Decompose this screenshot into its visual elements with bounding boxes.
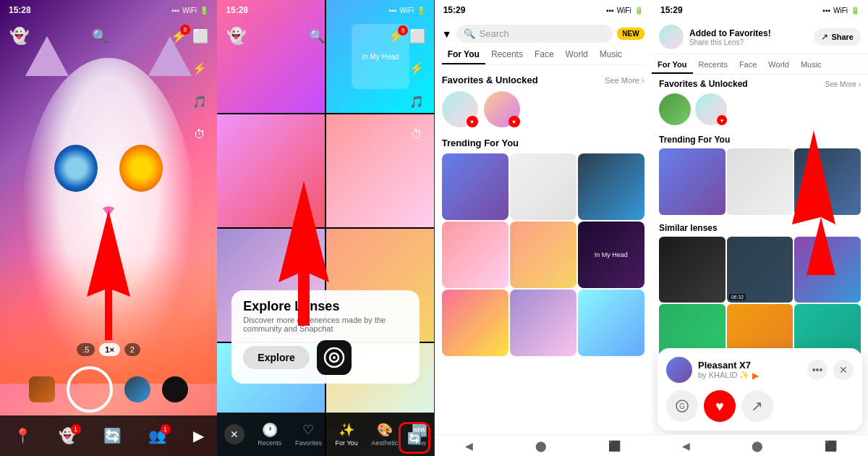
tab-world-3[interactable]: World [560, 46, 594, 64]
similar-header-4: Similar lenses [652, 218, 868, 237]
filter-avatar-1[interactable] [124, 376, 150, 402]
trending-title-4: Trending For You [659, 135, 730, 145]
sim-4-3[interactable] [794, 237, 861, 303]
heart-btn-active[interactable]: ♥ [704, 390, 736, 422]
notifications-btn[interactable]: ⚡ 8 [171, 28, 187, 44]
more-btn[interactable]: ••• [807, 360, 827, 380]
trend-4-3[interactable] [794, 148, 861, 215]
tab-face-3[interactable]: Face [529, 46, 560, 64]
favorites-row-3: ♥ ♥ [435, 88, 652, 133]
trend-6[interactable]: In My Head [578, 221, 644, 288]
filter-avatar-2[interactable] [162, 376, 188, 402]
fav-4-1[interactable] [659, 93, 691, 125]
nav-map[interactable]: 📍 [14, 427, 32, 444]
recent-icon-4[interactable]: ⬛ [825, 440, 837, 452]
fav-see-more-4[interactable]: See More › [825, 80, 861, 88]
tab-face-4[interactable]: Face [733, 56, 762, 74]
home-icon-3[interactable]: ⬤ [535, 440, 547, 452]
camera-box-2[interactable]: ⬜ [409, 28, 425, 44]
toast-avatar [659, 25, 684, 49]
trend-9[interactable] [578, 290, 644, 356]
share-card-btn[interactable]: ↗ [741, 390, 773, 422]
content-3[interactable]: Favorites & Unlocked See More › ♥ ♥ Tren… [435, 69, 652, 456]
tab-for-you-4[interactable]: For You [652, 56, 693, 74]
favorites-see-more-3[interactable]: See More › [605, 76, 644, 85]
tab-music-4[interactable]: Music [795, 56, 827, 74]
gallery-btn[interactable] [29, 376, 55, 402]
status-bar-2: 15:28 ▪▪▪ WiFi 🔋 [217, 0, 434, 20]
search-btn-2[interactable]: 🔍 [309, 28, 325, 44]
explore-button[interactable]: Explore [243, 346, 309, 369]
snapchat-ghost-2[interactable]: 👻 [226, 26, 246, 46]
lens-explore-icon[interactable] [317, 340, 352, 375]
trending-header-3: Trending For You [435, 133, 652, 153]
close-btn[interactable]: ✕ [224, 424, 244, 444]
trend-4-2[interactable] [727, 148, 793, 215]
trend-8[interactable] [510, 290, 576, 356]
bar-recents[interactable]: 🕐 Recents [258, 422, 281, 447]
music-icon-2[interactable]: 🎵 [407, 91, 427, 111]
search-btn-1[interactable]: 🔍 [88, 25, 111, 48]
recent-apps-icon-3[interactable]: ⬛ [608, 440, 621, 452]
lens-card-actions: G ♥ ↗ [666, 390, 854, 422]
content-4[interactable]: Favorites & Unlocked See More › ♥ Trendi… [652, 75, 868, 369]
tab-music-3[interactable]: Music [594, 46, 628, 64]
bar-for-you[interactable]: ✨ For You [336, 422, 358, 447]
close-card-btn[interactable]: ✕ [833, 360, 854, 380]
back-icon-3[interactable]: ◀ [465, 440, 473, 452]
back-icon-4[interactable]: ◀ [682, 440, 690, 452]
notif-btn-2[interactable]: ⚡ 8 [388, 28, 404, 44]
filter-chip-1[interactable]: .5 [77, 343, 95, 356]
music-icon[interactable]: 🎵 [190, 91, 210, 111]
trend-4-1[interactable] [659, 148, 726, 215]
camera-rotate-btn[interactable]: ⬜ [192, 28, 208, 44]
trending-grid-3: In My Head [435, 153, 652, 356]
wifi-icon-2: WiFi [399, 7, 414, 14]
arrow-right-icon: ▶ [752, 371, 759, 381]
fav-item-1[interactable]: ♥ [442, 91, 478, 127]
fav-heart-1: ♥ [467, 116, 478, 127]
bar-aesthetic[interactable]: 🎨 Aesthetic [371, 422, 398, 447]
chevron-icon-3[interactable]: ▼ [442, 28, 452, 40]
trend-7[interactable] [442, 290, 509, 356]
sim-4-1[interactable] [659, 237, 726, 303]
send-btn[interactable]: G [666, 390, 698, 422]
timer-icon-2[interactable]: ⏱ [407, 124, 427, 145]
nav-messages[interactable]: 👻 1 [59, 427, 77, 444]
trend-2[interactable] [510, 153, 576, 220]
filter-chip-2[interactable]: 1× [99, 343, 120, 356]
fav-item-2[interactable]: ♥ [484, 91, 520, 127]
share-icon: ↗ [821, 32, 828, 42]
tab-recents-3[interactable]: Recents [485, 46, 529, 64]
nav-friends[interactable]: 👥 1 [148, 427, 166, 444]
flash-icon[interactable]: ⚡ [190, 58, 210, 78]
trend-1[interactable] [442, 153, 509, 220]
share-button[interactable]: ↗ Share [814, 28, 861, 46]
status-bar-4: 15:29 ▪▪▪ WiFi 🔋 [652, 0, 868, 20]
panel-explore: In My Head 15:28 ▪▪▪ WiFi 🔋 👻 🔍 ⚡ 8 ⬜ ⚡ [217, 0, 434, 456]
bar-favorites[interactable]: ♡ Favorites [295, 422, 322, 447]
tab-recents-4[interactable]: Recents [693, 56, 733, 74]
wifi-icon: WiFi [182, 7, 197, 14]
nav-camera[interactable]: 🔄 [103, 427, 122, 444]
timer-icon[interactable]: ⏱ [190, 124, 210, 145]
filter-chip-3[interactable]: 2 [124, 343, 140, 356]
fav-4-2[interactable]: ♥ [695, 93, 727, 125]
snapchat-ghost-icon[interactable]: 👻 [9, 26, 29, 46]
cat-eye-left [54, 145, 98, 192]
trend-4[interactable] [442, 221, 509, 288]
recents-label: Recents [258, 439, 281, 447]
search-input-3[interactable]: 🔍 Search [456, 25, 613, 43]
tab-world-4[interactable]: World [762, 56, 795, 74]
nav-stories[interactable]: ▶ [193, 427, 204, 444]
trend-3[interactable] [578, 153, 644, 220]
sim-4-2[interactable]: 06:32 [727, 237, 793, 303]
side-toolbar-2: ⚡ 🎵 ⏱ [407, 58, 427, 145]
tab-for-you-3[interactable]: For You [442, 46, 485, 64]
home-icon-4[interactable]: ⬤ [752, 440, 763, 452]
trend-5[interactable] [510, 221, 576, 288]
fav-row-4: ♥ [652, 91, 868, 130]
flash-icon-2[interactable]: ⚡ [407, 58, 427, 78]
capture-button[interactable] [67, 366, 113, 413]
time-2: 15:28 [226, 5, 248, 15]
